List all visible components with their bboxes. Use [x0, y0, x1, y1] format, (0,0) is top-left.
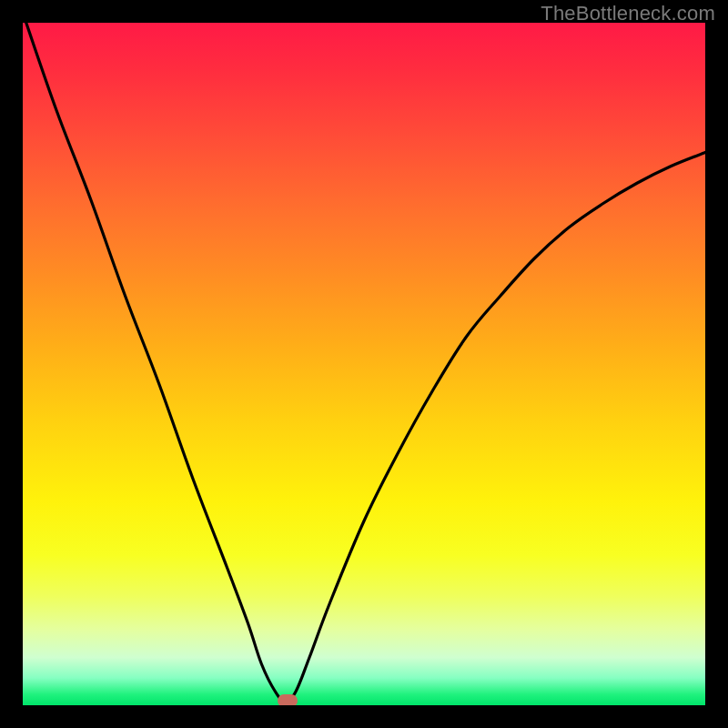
bottleneck-curve-path — [26, 23, 705, 702]
plot-area — [23, 23, 705, 705]
chart-container: TheBottleneck.com — [0, 0, 728, 728]
watermark-text: TheBottleneck.com — [541, 2, 715, 25]
optimal-point-marker — [278, 694, 298, 705]
curve-svg — [23, 23, 705, 705]
